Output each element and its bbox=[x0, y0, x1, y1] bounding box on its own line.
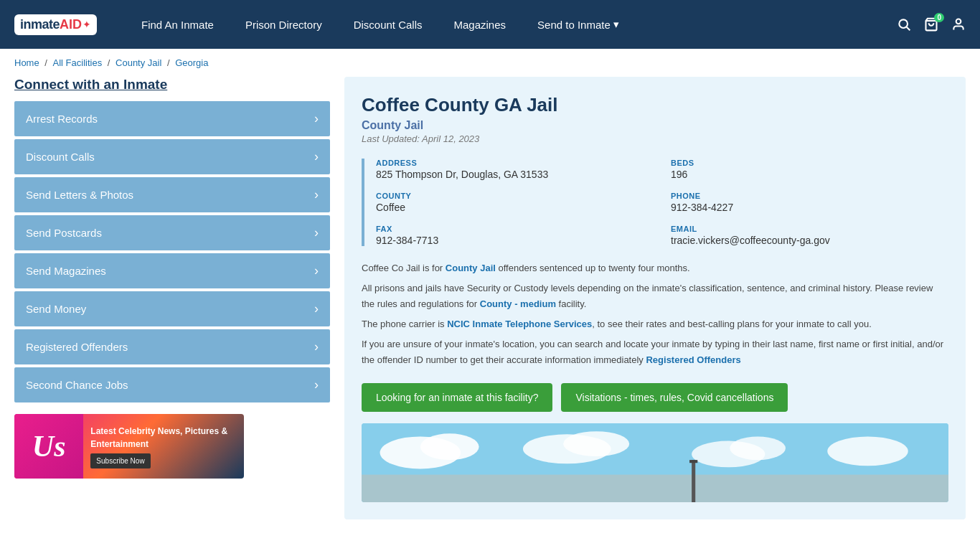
sidebar: Connect with an Inmate Arrest Records › … bbox=[14, 77, 330, 519]
svg-rect-13 bbox=[692, 460, 695, 502]
sidebar-item-send-magazines[interactable]: Send Magazines › bbox=[14, 253, 330, 288]
cart-badge: 0 bbox=[934, 13, 944, 22]
chevron-right-icon: › bbox=[314, 111, 319, 126]
svg-point-0 bbox=[899, 19, 908, 28]
breadcrumb-home[interactable]: Home bbox=[14, 57, 39, 68]
ad-content: Latest Celebrity News, Pictures & Entert… bbox=[83, 419, 244, 474]
action-buttons: Looking for an inmate at this facility? … bbox=[362, 383, 948, 412]
facility-updated: Last Updated: April 12, 2023 bbox=[362, 133, 948, 144]
chevron-right-icon: › bbox=[314, 187, 319, 202]
nav-prison-directory[interactable]: Prison Directory bbox=[230, 0, 338, 49]
sidebar-item-send-postcards[interactable]: Send Postcards › bbox=[14, 215, 330, 250]
ad-banner: Us Latest Celebrity News, Pictures & Ent… bbox=[14, 414, 244, 479]
facility-title: Coffee County GA Jail bbox=[362, 94, 948, 116]
description-2: All prisons and jails have Security or C… bbox=[362, 281, 948, 312]
fax-value: 912-384-7713 bbox=[376, 235, 654, 246]
address-block: ADDRESS 825 Thompson Dr, Douglas, GA 315… bbox=[376, 159, 654, 180]
sidebar-item-send-money[interactable]: Send Money › bbox=[14, 291, 330, 326]
ad-subscribe-button[interactable]: Subscribe Now bbox=[90, 453, 150, 468]
sidebar-item-label: Discount Calls bbox=[26, 151, 95, 163]
facility-photo bbox=[362, 423, 948, 502]
svg-point-11 bbox=[730, 436, 786, 460]
facility-type: County Jail bbox=[362, 119, 948, 132]
nav-magazines[interactable]: Magazines bbox=[438, 0, 522, 49]
logo-text: inmate bbox=[20, 17, 60, 32]
logo[interactable]: inmate AID ✦ bbox=[14, 14, 97, 35]
nav-find-inmate[interactable]: Find An Inmate bbox=[126, 0, 230, 49]
address-label: ADDRESS bbox=[376, 159, 654, 167]
address-value: 825 Thompson Dr, Douglas, GA 31533 bbox=[376, 169, 654, 180]
main-container: Connect with an Inmate Arrest Records › … bbox=[0, 77, 980, 534]
chevron-right-icon: › bbox=[314, 301, 319, 316]
county-medium-link[interactable]: County - medium bbox=[480, 298, 556, 309]
breadcrumb-all-facilities[interactable]: All Facilities bbox=[53, 57, 103, 68]
county-label: COUNTY bbox=[376, 192, 654, 200]
content-panel: Coffee County GA Jail County Jail Last U… bbox=[344, 77, 966, 519]
sidebar-item-label: Registered Offenders bbox=[26, 341, 128, 353]
breadcrumb-county-jail[interactable]: County Jail bbox=[116, 57, 161, 68]
logo-icon: ✦ bbox=[83, 19, 91, 30]
svg-point-7 bbox=[420, 433, 479, 460]
sidebar-item-second-chance-jobs[interactable]: Second Chance Jobs › bbox=[14, 367, 330, 402]
sidebar-item-label: Send Letters & Photos bbox=[26, 189, 133, 201]
ncic-link[interactable]: NCIC Inmate Telephone Services bbox=[447, 319, 592, 329]
chevron-right-icon: › bbox=[314, 225, 319, 240]
search-button[interactable] bbox=[897, 17, 911, 32]
nav-icons: 0 bbox=[897, 17, 966, 32]
email-block: EMAIL tracie.vickers@coffeecounty-ga.gov bbox=[671, 225, 948, 246]
sidebar-item-discount-calls[interactable]: Discount Calls › bbox=[14, 139, 330, 174]
fax-block: FAX 912-384-7713 bbox=[376, 225, 654, 246]
description-3: The phone carrier is NCIC Inmate Telepho… bbox=[362, 316, 948, 332]
svg-line-1 bbox=[907, 27, 910, 31]
chevron-down-icon: ▾ bbox=[613, 18, 619, 31]
phone-block: PHONE 912-384-4227 bbox=[671, 192, 948, 213]
svg-point-3 bbox=[956, 19, 961, 24]
sky-background bbox=[362, 423, 948, 502]
email-value: tracie.vickers@coffeecounty-ga.gov bbox=[671, 235, 948, 246]
chevron-right-icon: › bbox=[314, 377, 319, 392]
chevron-right-icon: › bbox=[314, 339, 319, 354]
description-1: Coffee Co Jail is for County Jail offend… bbox=[362, 260, 948, 276]
beds-label: BEDS bbox=[671, 159, 948, 167]
chevron-right-icon: › bbox=[314, 263, 319, 278]
nav-discount-calls[interactable]: Discount Calls bbox=[338, 0, 438, 49]
svg-point-12 bbox=[827, 436, 908, 466]
fax-label: FAX bbox=[376, 225, 654, 233]
ad-headline: Latest Celebrity News, Pictures & Entert… bbox=[90, 426, 227, 449]
sidebar-item-arrest-records[interactable]: Arrest Records › bbox=[14, 101, 330, 136]
nav-send-to-inmate[interactable]: Send to Inmate ▾ bbox=[522, 0, 635, 49]
sidebar-item-send-letters[interactable]: Send Letters & Photos › bbox=[14, 177, 330, 212]
chevron-right-icon: › bbox=[314, 149, 319, 164]
sidebar-item-registered-offenders[interactable]: Registered Offenders › bbox=[14, 329, 330, 364]
sidebar-menu: Arrest Records › Discount Calls › Send L… bbox=[14, 101, 330, 402]
email-label: EMAIL bbox=[671, 225, 948, 233]
county-block: COUNTY Coffee bbox=[376, 192, 654, 213]
cart-button[interactable]: 0 bbox=[924, 17, 938, 32]
facility-info-grid: ADDRESS 825 Thompson Dr, Douglas, GA 315… bbox=[362, 159, 948, 246]
sidebar-item-label: Second Chance Jobs bbox=[26, 379, 128, 391]
visitations-button[interactable]: Visitations - times, rules, Covid cancel… bbox=[561, 383, 788, 412]
sidebar-item-label: Send Postcards bbox=[26, 227, 102, 239]
county-value: Coffee bbox=[376, 202, 654, 213]
phone-value: 912-384-4227 bbox=[671, 202, 948, 213]
sidebar-item-label: Send Money bbox=[26, 303, 86, 315]
sidebar-item-label: Arrest Records bbox=[26, 113, 98, 125]
navbar: inmate AID ✦ Find An Inmate Prison Direc… bbox=[0, 0, 980, 49]
county-jail-link[interactable]: County Jail bbox=[446, 263, 496, 273]
sidebar-item-label: Send Magazines bbox=[26, 265, 106, 277]
ad-logo-area: Us bbox=[14, 414, 83, 479]
svg-point-9 bbox=[563, 431, 629, 456]
breadcrumb-georgia[interactable]: Georgia bbox=[175, 57, 208, 68]
main-nav: Find An Inmate Prison Directory Discount… bbox=[126, 0, 897, 49]
user-button[interactable] bbox=[951, 17, 966, 32]
logo-aid: AID bbox=[60, 17, 82, 32]
breadcrumb: Home / All Facilities / County Jail / Ge… bbox=[0, 49, 980, 77]
svg-rect-5 bbox=[362, 474, 948, 501]
description-4: If you are unsure of your inmate's locat… bbox=[362, 336, 948, 368]
registered-offenders-link[interactable]: Registered Offenders bbox=[646, 354, 740, 365]
phone-label: PHONE bbox=[671, 192, 948, 200]
beds-block: BEDS 196 bbox=[671, 159, 948, 180]
find-inmate-button[interactable]: Looking for an inmate at this facility? bbox=[362, 383, 552, 412]
sidebar-title: Connect with an Inmate bbox=[14, 77, 330, 93]
beds-value: 196 bbox=[671, 169, 948, 180]
